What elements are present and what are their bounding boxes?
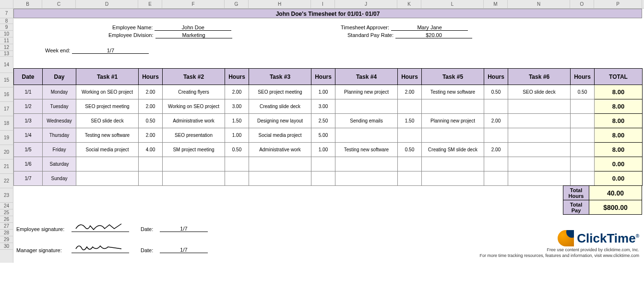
table-row[interactable]: 1/4ThursdayTesting new software2.00SEO p… <box>14 128 643 143</box>
cell-1-2[interactable]: Working on SEO project <box>163 99 225 114</box>
row-header-7[interactable]: 7 <box>0 9 13 18</box>
cell-3-4[interactable]: Social media project <box>249 128 311 143</box>
cell-1-4[interactable]: Creating slide deck <box>249 99 311 114</box>
col-header-I[interactable]: I <box>311 0 335 8</box>
cell-1-5[interactable]: 3.00 <box>311 99 335 114</box>
cell-day[interactable]: Saturday <box>43 157 76 171</box>
cell-2-3[interactable]: 1.50 <box>225 114 249 128</box>
cell-date[interactable]: 1/3 <box>14 114 43 128</box>
cell-1-6[interactable] <box>335 99 398 114</box>
row-header-9[interactable]: 9 <box>0 24 13 31</box>
cell-0-10[interactable]: SEO slide deck <box>508 85 571 99</box>
cell-5-7[interactable] <box>398 157 422 171</box>
row-header-20[interactable]: 20 <box>0 145 13 159</box>
cell-6-10[interactable] <box>508 171 571 186</box>
cell-2-2[interactable]: Administrative work <box>163 114 225 128</box>
cell-4-1[interactable]: 4.00 <box>139 143 163 157</box>
approver-value[interactable]: Mary Jane <box>391 24 468 31</box>
cell-1-8[interactable] <box>422 99 484 114</box>
row-header-28[interactable]: 28 <box>0 230 13 236</box>
cell-0-6[interactable]: Planning new project <box>335 85 398 99</box>
cell-6-3[interactable] <box>225 171 249 186</box>
cell-5-10[interactable] <box>508 157 571 171</box>
table-row[interactable]: 1/3WednesdaySEO slide deck0.50Administra… <box>14 114 643 128</box>
cell-1-0[interactable]: SEO project meeting <box>76 99 139 114</box>
cell-date[interactable]: 1/5 <box>14 143 43 157</box>
cell-6-1[interactable] <box>139 171 163 186</box>
cell-6-11[interactable] <box>571 171 595 186</box>
cell-2-10[interactable] <box>508 114 571 128</box>
table-row[interactable]: 1/2TuesdaySEO project meeting2.00Working… <box>14 99 643 114</box>
cell-0-5[interactable]: 1.00 <box>311 85 335 99</box>
cell-day[interactable]: Friday <box>43 143 76 157</box>
row-header-14[interactable]: 14 <box>0 57 13 73</box>
row-header-22[interactable]: 22 <box>0 174 13 188</box>
cell-4-3[interactable]: 0.50 <box>225 143 249 157</box>
cell-3-3[interactable]: 1.00 <box>225 128 249 143</box>
cell-5-2[interactable] <box>163 157 225 171</box>
cell-2-9[interactable]: 2.00 <box>484 114 508 128</box>
cell-0-4[interactable]: SEO project meeting <box>249 85 311 99</box>
col-header-B[interactable]: B <box>13 0 42 8</box>
table-row[interactable]: 1/1MondayWorking on SEO project2.00Creat… <box>14 85 643 99</box>
cell-2-8[interactable]: Planning new project <box>422 114 484 128</box>
timesheet-table[interactable]: DateDayTask #1HoursTask #2HoursTask #3Ho… <box>13 68 643 186</box>
cell-1-10[interactable] <box>508 99 571 114</box>
cell-4-5[interactable]: 1.00 <box>311 143 335 157</box>
cell-3-9[interactable] <box>484 128 508 143</box>
row-header-10[interactable]: 10 <box>0 31 13 37</box>
col-header-L[interactable]: L <box>421 0 484 8</box>
cell-5-8[interactable] <box>422 157 484 171</box>
cell-4-2[interactable]: SM project meeting <box>163 143 225 157</box>
employee-name-value[interactable]: John Doe <box>155 24 231 31</box>
cell-4-7[interactable]: 0.50 <box>398 143 422 157</box>
cell-2-7[interactable]: 1.50 <box>398 114 422 128</box>
cell-day[interactable]: Tuesday <box>43 99 76 114</box>
cell-2-1[interactable]: 0.50 <box>139 114 163 128</box>
cell-2-0[interactable]: SEO slide deck <box>76 114 139 128</box>
cell-1-3[interactable]: 3.00 <box>225 99 249 114</box>
cell-0-0[interactable]: Working on SEO project <box>76 85 139 99</box>
weekend-value[interactable]: 1/7 <box>72 48 149 54</box>
row-header-19[interactable]: 19 <box>0 131 13 145</box>
cell-6-0[interactable] <box>76 171 139 186</box>
cell-0-3[interactable]: 2.00 <box>225 85 249 99</box>
cell-2-11[interactable] <box>571 114 595 128</box>
cell-date[interactable]: 1/4 <box>14 128 43 143</box>
cell-day[interactable]: Wednesday <box>43 114 76 128</box>
cell-6-2[interactable] <box>163 171 225 186</box>
col-header-G[interactable]: G <box>225 0 249 8</box>
row-header-21[interactable]: 21 <box>0 159 13 174</box>
cell-3-1[interactable]: 2.00 <box>139 128 163 143</box>
cell-day[interactable]: Thursday <box>43 128 76 143</box>
cell-date[interactable]: 1/2 <box>14 99 43 114</box>
row-header-30[interactable]: 30 <box>0 243 13 250</box>
payrate-value[interactable]: $20.00 <box>395 32 472 38</box>
cell-4-0[interactable]: Social media project <box>76 143 139 157</box>
cell-day[interactable]: Monday <box>43 85 76 99</box>
cell-1-1[interactable]: 2.00 <box>139 99 163 114</box>
row-header-29[interactable]: 29 <box>0 236 13 243</box>
row-header-12[interactable]: 12 <box>0 44 13 51</box>
cell-0-2[interactable]: Creating flyers <box>163 85 225 99</box>
row-header-27[interactable]: 27 <box>0 223 13 230</box>
employee-division-value[interactable]: Marketing <box>155 32 232 38</box>
col-header-K[interactable]: K <box>397 0 421 8</box>
row-header-24[interactable]: 24 <box>0 203 13 209</box>
col-header-M[interactable]: M <box>484 0 508 8</box>
cell-0-9[interactable]: 0.50 <box>484 85 508 99</box>
cell-3-2[interactable]: SEO presentation <box>163 128 225 143</box>
cell-2-6[interactable]: Sending emails <box>335 114 398 128</box>
cell-4-6[interactable]: Testing new software <box>335 143 398 157</box>
col-header-C[interactable]: C <box>42 0 76 8</box>
col-header-F[interactable]: F <box>162 0 225 8</box>
cell-4-10[interactable] <box>508 143 571 157</box>
table-row[interactable]: 1/6Saturday0.00 <box>14 157 643 171</box>
cell-3-6[interactable] <box>335 128 398 143</box>
row-header-23[interactable]: 23 <box>0 188 13 203</box>
row-header-8[interactable]: 8 <box>0 18 13 24</box>
col-header-N[interactable]: N <box>508 0 570 8</box>
cell-5-3[interactable] <box>225 157 249 171</box>
row-header-11[interactable]: 11 <box>0 37 13 44</box>
col-header-O[interactable]: O <box>570 0 594 8</box>
